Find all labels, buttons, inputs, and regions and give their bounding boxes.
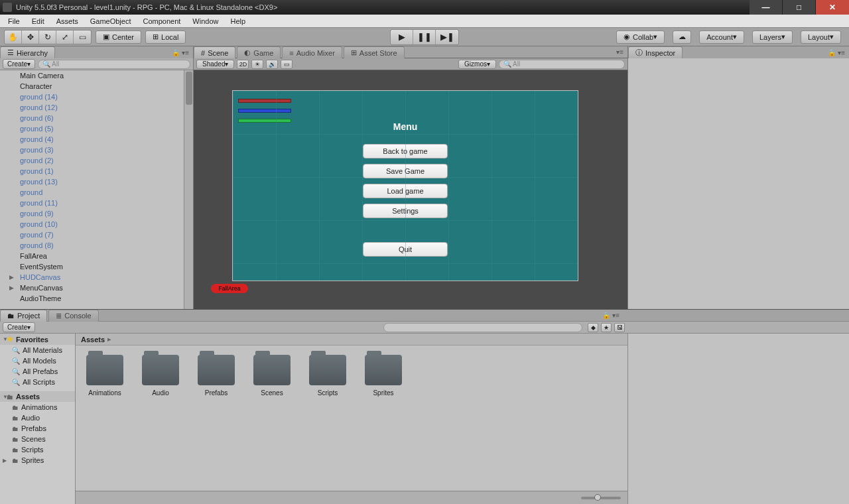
menu-help[interactable]: Help (225, 16, 251, 27)
settings-button[interactable]: Settings (363, 204, 448, 218)
layers-dropdown[interactable]: Layers ▾ (752, 31, 793, 44)
hierarchy-item[interactable]: ground (1) (0, 166, 193, 176)
rect-tool-button[interactable]: ▭ (74, 31, 91, 44)
folder-item[interactable]: 🖿Audio (0, 412, 75, 423)
hierarchy-item[interactable]: ground (3) (0, 145, 193, 155)
asset-folder[interactable]: Animations (85, 355, 125, 397)
collab-button[interactable]: ◉ Collab ▾ (616, 31, 665, 44)
hierarchy-item[interactable]: AudioTheme (0, 293, 193, 304)
asset-folder[interactable]: Audio (141, 355, 180, 397)
scene-view[interactable]: Menu Back to game Save Game Load game Se… (194, 70, 627, 309)
scene-search-input[interactable]: 🔍 All (499, 60, 625, 69)
menu-assets[interactable]: Assets (51, 16, 84, 27)
folder-item[interactable]: 🖿Scenes (0, 434, 75, 444)
search-by-label-button[interactable]: ★ (601, 323, 612, 332)
shading-mode-dropdown[interactable]: Shaded ▾ (196, 60, 234, 69)
hierarchy-item[interactable]: ground (0, 187, 193, 198)
pivot-center-button[interactable]: ▣ Center (96, 31, 141, 44)
asset-folder[interactable]: Scripts (308, 355, 348, 397)
hierarchy-item[interactable]: ground (13) (0, 176, 193, 187)
hierarchy-item[interactable]: ground (14) (0, 92, 193, 102)
step-button[interactable]: ▶❚ (436, 30, 458, 44)
asset-folder[interactable]: Scenes (252, 355, 292, 397)
lighting-toggle[interactable]: ☀ (251, 60, 263, 69)
folder-item[interactable]: 🖿Prefabs (0, 423, 75, 434)
project-search-input[interactable] (383, 323, 582, 332)
console-tab[interactable]: ≣ Console (48, 310, 98, 322)
project-tab[interactable]: 🖿 Project (0, 310, 47, 322)
local-global-button[interactable]: ⊞ Local (145, 31, 186, 44)
hierarchy-panel-menu[interactable]: 🔒 ▾≡ (168, 46, 193, 58)
folder-item[interactable]: 🖿Animations (0, 402, 75, 412)
hierarchy-item[interactable]: ground (10) (0, 219, 193, 229)
inspector-tab[interactable]: ⓘ Inspector (628, 46, 683, 58)
hierarchy-item[interactable]: ground (8) (0, 240, 193, 251)
hierarchy-item[interactable]: ground (5) (0, 123, 193, 134)
favorite-item[interactable]: 🔍All Materials (0, 345, 75, 355)
move-tool-button[interactable]: ✥ (22, 31, 39, 44)
save-search-button[interactable]: 🖫 (614, 323, 625, 332)
hierarchy-create-dropdown[interactable]: Create ▾ (3, 59, 35, 69)
grid-size-slider[interactable] (581, 497, 621, 499)
assets-header[interactable]: ▼🖿Assets (0, 391, 75, 402)
cloud-button[interactable]: ☁ (673, 31, 691, 44)
hierarchy-item[interactable]: FallArea (0, 251, 193, 261)
save-game-button[interactable]: Save Game (363, 164, 448, 178)
menu-window[interactable]: Window (187, 16, 224, 27)
hierarchy-item[interactable]: ▶HUDCanvas (0, 272, 193, 283)
asset-folder[interactable]: Prefabs (196, 355, 236, 397)
hierarchy-item[interactable]: ground (6) (0, 113, 193, 123)
hierarchy-item[interactable]: ▶MenuCanvas (0, 283, 193, 293)
hand-tool-button[interactable]: ✋ (5, 31, 22, 44)
back-to-game-button[interactable]: Back to game (363, 144, 448, 158)
scale-tool-button[interactable]: ⤢ (56, 31, 74, 44)
load-game-button[interactable]: Load game (363, 184, 448, 198)
hierarchy-item[interactable]: ground (4) (0, 134, 193, 145)
menu-file[interactable]: File (3, 16, 25, 27)
breadcrumb[interactable]: Assets ▸ (76, 334, 627, 346)
inspector-panel-menu[interactable]: 🔒 ▾≡ (824, 46, 849, 58)
pause-button[interactable]: ❚❚ (413, 30, 436, 44)
hierarchy-item[interactable]: ground (12) (0, 102, 193, 113)
search-by-type-button[interactable]: ◆ (588, 323, 598, 332)
hierarchy-item[interactable]: EventSystem (0, 261, 193, 272)
favorite-item[interactable]: 🔍All Models (0, 355, 75, 366)
hierarchy-item[interactable]: Main Camera (0, 70, 193, 81)
hierarchy-item[interactable]: ground (7) (0, 229, 193, 240)
audio-toggle[interactable]: 🔊 (266, 60, 278, 69)
fx-toggle[interactable]: ▭ (281, 60, 293, 69)
favorites-header[interactable]: ▼★Favorites (0, 334, 75, 345)
game-tab[interactable]: ◐ Game (237, 46, 281, 58)
menu-edit[interactable]: Edit (27, 16, 50, 27)
folder-item[interactable]: 🖿Scripts (0, 444, 75, 455)
menu-gameobject[interactable]: GameObject (85, 16, 137, 27)
window-minimize-button[interactable]: — (750, 0, 783, 15)
favorite-item[interactable]: 🔍All Prefabs (0, 366, 75, 377)
rotate-tool-button[interactable]: ↻ (39, 31, 56, 44)
gizmos-dropdown[interactable]: Gizmos ▾ (458, 60, 496, 69)
hierarchy-tab[interactable]: ☰ Hierarchy (0, 46, 55, 58)
hierarchy-item[interactable]: ground (11) (0, 198, 193, 208)
project-panel-menu[interactable]: 🔒 ▾≡ (598, 312, 623, 319)
asset-store-tab[interactable]: ⊞ Asset Store (344, 46, 405, 58)
favorite-item[interactable]: 🔍All Scripts (0, 377, 75, 387)
audio-mixer-tab[interactable]: ≡ Audio Mixer (282, 46, 342, 58)
hierarchy-item[interactable]: ground (2) (0, 155, 193, 166)
menu-component[interactable]: Component (137, 16, 186, 27)
play-button[interactable]: ▶ (391, 30, 413, 44)
hierarchy-scrollbar[interactable] (184, 70, 193, 309)
quit-button[interactable]: Quit (363, 242, 448, 257)
hierarchy-search-input[interactable]: 🔍 All (38, 60, 190, 69)
window-close-button[interactable]: ✕ (816, 0, 849, 15)
project-create-dropdown[interactable]: Create ▾ (3, 322, 35, 332)
hierarchy-item[interactable]: ground (9) (0, 208, 193, 219)
hierarchy-item[interactable]: Character (0, 81, 193, 92)
folder-item[interactable]: ▶🖿Sprites (0, 455, 75, 466)
scene-panel-menu[interactable]: ▾≡ (612, 46, 627, 58)
scene-tab[interactable]: # Scene (194, 46, 235, 58)
fallarea-gizmo[interactable]: FallArea (211, 284, 248, 293)
account-dropdown[interactable]: Account ▾ (699, 31, 744, 44)
window-maximize-button[interactable]: □ (783, 0, 816, 15)
mode-2d-toggle[interactable]: 2D (237, 60, 249, 69)
asset-folder[interactable]: Sprites (363, 355, 403, 397)
